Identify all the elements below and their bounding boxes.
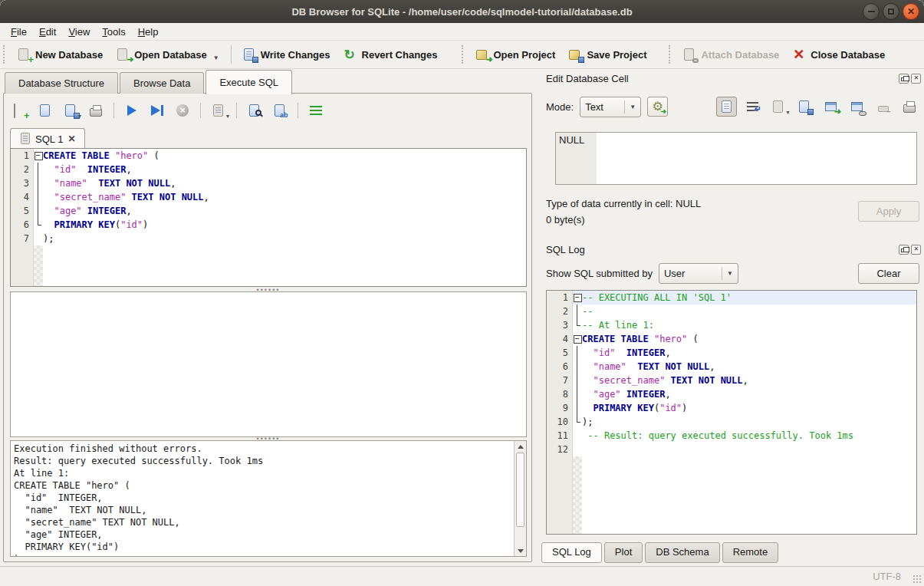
fold-marker-icon <box>34 190 43 204</box>
execution-output[interactable]: Execution finished without errors.Result… <box>10 440 527 557</box>
window-title: DB Browser for SQLite - /home/user/code/… <box>291 6 632 18</box>
code-line: 8 "age" INTEGER, <box>547 387 916 401</box>
resize-grip[interactable] <box>912 574 922 584</box>
code-line: 12 <box>547 443 916 456</box>
restore-dock-icon[interactable] <box>899 245 909 255</box>
dock-tab-db-schema[interactable]: DB Schema <box>645 542 719 563</box>
menu-help[interactable]: Help <box>132 25 165 39</box>
line-number: 10 <box>547 415 573 429</box>
menu-edit[interactable]: Edit <box>33 25 62 39</box>
sql-toolbar-separator <box>236 103 237 118</box>
fold-marker-icon[interactable] <box>573 332 582 346</box>
close-sql-tab-icon[interactable]: ✕ <box>67 133 75 144</box>
edit-cell-title: Edit Database Cell <box>546 73 629 84</box>
toolbar-drag-handle[interactable] <box>3 45 8 64</box>
sql-tab[interactable]: SQL 1 ✕ <box>10 128 85 149</box>
new-sql-tab-button[interactable]: + <box>10 100 30 120</box>
fold-marker-icon <box>573 318 582 332</box>
close-database-button[interactable]: ✕ Close Database <box>786 45 892 64</box>
sql-log-title: SQL Log <box>546 244 585 255</box>
format-sql-button[interactable] <box>306 100 326 120</box>
scrollbar-thumb[interactable] <box>516 453 524 527</box>
line-number: 6 <box>547 360 573 374</box>
code-line: 10); <box>547 415 916 429</box>
copy-link-button[interactable] <box>847 97 867 117</box>
fold-marker-icon[interactable] <box>573 291 582 305</box>
menu-view[interactable]: View <box>62 25 96 39</box>
text-mode-button[interactable] <box>716 97 737 117</box>
open-project-button[interactable]: ➜ Open Project <box>469 45 563 64</box>
sql-toolbar-separator <box>200 103 201 118</box>
cell-value-editor[interactable]: NULL <box>555 132 917 185</box>
open-sql-file-button[interactable] <box>35 100 55 120</box>
scroll-down-icon[interactable] <box>515 545 526 556</box>
close-button[interactable]: ✕ <box>903 3 919 20</box>
dock-tab-plot[interactable]: Plot <box>604 542 643 563</box>
execute-current-line-button[interactable] <box>147 100 167 120</box>
execute-all-button[interactable] <box>122 100 142 120</box>
write-changes-label: Write Changes <box>261 49 330 61</box>
write-changes-button[interactable]: Write Changes <box>236 45 337 64</box>
restore-dock-icon[interactable] <box>899 74 909 84</box>
toolbar-drag-handle[interactable] <box>462 45 466 64</box>
code-line: 3 "name" TEXT NOT NULL, <box>11 176 526 190</box>
tab-browse-data[interactable]: Browse Data <box>120 72 204 94</box>
output-line: CREATE TABLE "hero" ( <box>14 479 523 492</box>
fold-margin <box>34 232 43 245</box>
tab-database-structure[interactable]: Database Structure <box>5 72 118 94</box>
sql-toolbar-separator <box>298 103 298 118</box>
sql-log-view[interactable]: 1-- EXECUTING ALL IN 'SQL 1'2--3-- At li… <box>546 290 917 535</box>
mode-select[interactable]: Text ▼ <box>580 97 641 117</box>
revert-changes-button[interactable]: ↻ Revert Changes <box>337 45 445 64</box>
open-database-dropdown-icon[interactable]: ▼ <box>213 54 219 61</box>
fold-marker-icon <box>573 387 582 401</box>
close-dock-icon[interactable] <box>911 245 921 255</box>
menu-tools[interactable]: Tools <box>96 25 131 39</box>
execute-line-icon <box>151 105 160 116</box>
fold-marker-icon[interactable] <box>34 149 43 163</box>
cell-editor-body[interactable] <box>597 133 916 184</box>
code-line: 5 "age" INTEGER, <box>11 204 526 218</box>
submitted-by-select[interactable]: User ▼ <box>659 263 738 284</box>
save-results-button: ▼ <box>209 100 229 120</box>
tab-execute-sql[interactable]: Execute SQL <box>206 70 292 94</box>
print-cell-button[interactable] <box>899 97 919 117</box>
title-bar[interactable]: DB Browser for SQLite - /home/user/code/… <box>0 0 924 23</box>
dock-tab-sql-log[interactable]: SQL Log <box>541 542 602 563</box>
clear-log-button[interactable]: Clear <box>858 263 919 284</box>
results-grid[interactable] <box>10 291 527 437</box>
close-dock-icon[interactable] <box>911 74 921 84</box>
sql-editor[interactable]: 1CREATE TABLE "hero" (2 "id" INTEGER,3 "… <box>10 148 527 287</box>
line-number: 2 <box>11 163 34 176</box>
open-project-icon: ➜ <box>476 48 489 61</box>
toolbar-drag-handle[interactable] <box>669 45 673 64</box>
save-project-button[interactable]: Save Project <box>562 45 653 64</box>
new-database-button[interactable]: + New Database <box>11 45 110 64</box>
output-scrollbar[interactable] <box>514 441 526 556</box>
open-external-button[interactable]: ➜ <box>820 97 841 117</box>
export-data-button[interactable] <box>794 97 815 117</box>
line-number: 1 <box>547 291 573 305</box>
menu-file[interactable]: File <box>5 25 33 39</box>
attach-database-label: Attach Database <box>701 49 779 61</box>
fold-margin <box>573 429 582 443</box>
minimize-button[interactable] <box>863 3 880 20</box>
output-line: At line 1: <box>14 467 523 479</box>
line-number: 3 <box>547 318 573 332</box>
minimize-icon <box>868 11 875 12</box>
open-database-button[interactable]: ➜ Open Database ▼ <box>110 45 226 64</box>
line-number: 2 <box>547 305 573 318</box>
print-sql-button[interactable] <box>86 100 106 120</box>
find-button[interactable] <box>245 100 265 120</box>
word-wrap-button[interactable] <box>742 97 763 117</box>
find-replace-button[interactable]: ab <box>270 100 290 120</box>
set-null-icon <box>878 106 889 112</box>
dock-tab-remote[interactable]: Remote <box>722 542 779 563</box>
maximize-button[interactable] <box>883 3 899 20</box>
auto-switch-mode-button[interactable]: ⚙➜ <box>647 97 668 117</box>
fold-marker-icon <box>34 204 43 218</box>
save-sql-file-button[interactable]: ▼ <box>61 100 81 120</box>
line-number: 6 <box>11 218 34 232</box>
revert-changes-icon: ↻ <box>344 48 357 61</box>
scroll-up-icon[interactable] <box>515 441 526 452</box>
